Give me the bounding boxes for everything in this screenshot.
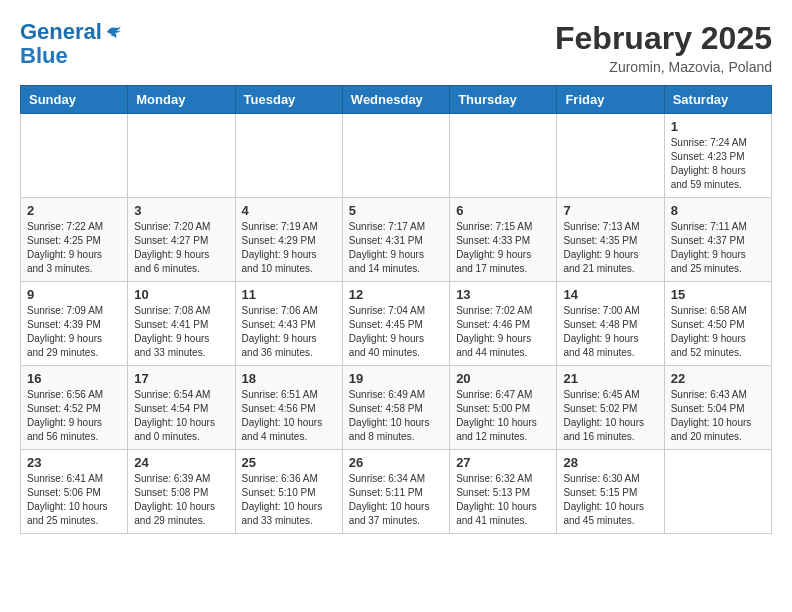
table-row: [21, 114, 128, 198]
day-number: 5: [349, 203, 443, 218]
day-number: 19: [349, 371, 443, 386]
day-number: 20: [456, 371, 550, 386]
location-subtitle: Zuromin, Mazovia, Poland: [555, 59, 772, 75]
table-row: 21Sunrise: 6:45 AM Sunset: 5:02 PM Dayli…: [557, 366, 664, 450]
day-number: 8: [671, 203, 765, 218]
table-row: 17Sunrise: 6:54 AM Sunset: 4:54 PM Dayli…: [128, 366, 235, 450]
logo-bird-icon: [104, 23, 122, 41]
day-number: 11: [242, 287, 336, 302]
calendar-week-row: 23Sunrise: 6:41 AM Sunset: 5:06 PM Dayli…: [21, 450, 772, 534]
table-row: 14Sunrise: 7:00 AM Sunset: 4:48 PM Dayli…: [557, 282, 664, 366]
table-row: 7Sunrise: 7:13 AM Sunset: 4:35 PM Daylig…: [557, 198, 664, 282]
calendar-week-row: 9Sunrise: 7:09 AM Sunset: 4:39 PM Daylig…: [21, 282, 772, 366]
table-row: 3Sunrise: 7:20 AM Sunset: 4:27 PM Daylig…: [128, 198, 235, 282]
day-details: Sunrise: 6:54 AM Sunset: 4:54 PM Dayligh…: [134, 388, 228, 444]
table-row: 25Sunrise: 6:36 AM Sunset: 5:10 PM Dayli…: [235, 450, 342, 534]
calendar-table: Sunday Monday Tuesday Wednesday Thursday…: [20, 85, 772, 534]
day-details: Sunrise: 6:47 AM Sunset: 5:00 PM Dayligh…: [456, 388, 550, 444]
day-details: Sunrise: 7:19 AM Sunset: 4:29 PM Dayligh…: [242, 220, 336, 276]
header-monday: Monday: [128, 86, 235, 114]
day-details: Sunrise: 7:04 AM Sunset: 4:45 PM Dayligh…: [349, 304, 443, 360]
table-row: 1Sunrise: 7:24 AM Sunset: 4:23 PM Daylig…: [664, 114, 771, 198]
table-row: 16Sunrise: 6:56 AM Sunset: 4:52 PM Dayli…: [21, 366, 128, 450]
calendar-week-row: 2Sunrise: 7:22 AM Sunset: 4:25 PM Daylig…: [21, 198, 772, 282]
table-row: [664, 450, 771, 534]
day-details: Sunrise: 6:45 AM Sunset: 5:02 PM Dayligh…: [563, 388, 657, 444]
table-row: 23Sunrise: 6:41 AM Sunset: 5:06 PM Dayli…: [21, 450, 128, 534]
logo-text-line1: General: [20, 20, 102, 44]
day-number: 10: [134, 287, 228, 302]
day-number: 27: [456, 455, 550, 470]
day-details: Sunrise: 7:20 AM Sunset: 4:27 PM Dayligh…: [134, 220, 228, 276]
header-wednesday: Wednesday: [342, 86, 449, 114]
day-details: Sunrise: 7:00 AM Sunset: 4:48 PM Dayligh…: [563, 304, 657, 360]
day-number: 24: [134, 455, 228, 470]
calendar-week-row: 16Sunrise: 6:56 AM Sunset: 4:52 PM Dayli…: [21, 366, 772, 450]
table-row: 2Sunrise: 7:22 AM Sunset: 4:25 PM Daylig…: [21, 198, 128, 282]
day-details: Sunrise: 6:30 AM Sunset: 5:15 PM Dayligh…: [563, 472, 657, 528]
day-number: 23: [27, 455, 121, 470]
day-details: Sunrise: 7:17 AM Sunset: 4:31 PM Dayligh…: [349, 220, 443, 276]
day-number: 4: [242, 203, 336, 218]
table-row: [235, 114, 342, 198]
table-row: 12Sunrise: 7:04 AM Sunset: 4:45 PM Dayli…: [342, 282, 449, 366]
table-row: 26Sunrise: 6:34 AM Sunset: 5:11 PM Dayli…: [342, 450, 449, 534]
day-number: 12: [349, 287, 443, 302]
table-row: 24Sunrise: 6:39 AM Sunset: 5:08 PM Dayli…: [128, 450, 235, 534]
table-row: 20Sunrise: 6:47 AM Sunset: 5:00 PM Dayli…: [450, 366, 557, 450]
day-details: Sunrise: 7:02 AM Sunset: 4:46 PM Dayligh…: [456, 304, 550, 360]
day-details: Sunrise: 6:32 AM Sunset: 5:13 PM Dayligh…: [456, 472, 550, 528]
table-row: 22Sunrise: 6:43 AM Sunset: 5:04 PM Dayli…: [664, 366, 771, 450]
day-number: 15: [671, 287, 765, 302]
table-row: 11Sunrise: 7:06 AM Sunset: 4:43 PM Dayli…: [235, 282, 342, 366]
day-number: 6: [456, 203, 550, 218]
header-thursday: Thursday: [450, 86, 557, 114]
day-number: 14: [563, 287, 657, 302]
day-number: 25: [242, 455, 336, 470]
day-details: Sunrise: 6:43 AM Sunset: 5:04 PM Dayligh…: [671, 388, 765, 444]
day-number: 22: [671, 371, 765, 386]
day-number: 3: [134, 203, 228, 218]
day-number: 7: [563, 203, 657, 218]
day-number: 26: [349, 455, 443, 470]
table-row: [557, 114, 664, 198]
table-row: [450, 114, 557, 198]
table-row: 4Sunrise: 7:19 AM Sunset: 4:29 PM Daylig…: [235, 198, 342, 282]
table-row: 18Sunrise: 6:51 AM Sunset: 4:56 PM Dayli…: [235, 366, 342, 450]
logo-text-line2: Blue: [20, 44, 122, 68]
day-details: Sunrise: 7:15 AM Sunset: 4:33 PM Dayligh…: [456, 220, 550, 276]
day-details: Sunrise: 7:09 AM Sunset: 4:39 PM Dayligh…: [27, 304, 121, 360]
day-number: 9: [27, 287, 121, 302]
day-details: Sunrise: 6:56 AM Sunset: 4:52 PM Dayligh…: [27, 388, 121, 444]
table-row: 28Sunrise: 6:30 AM Sunset: 5:15 PM Dayli…: [557, 450, 664, 534]
header-tuesday: Tuesday: [235, 86, 342, 114]
table-row: [342, 114, 449, 198]
day-number: 21: [563, 371, 657, 386]
calendar-week-row: 1Sunrise: 7:24 AM Sunset: 4:23 PM Daylig…: [21, 114, 772, 198]
day-details: Sunrise: 6:51 AM Sunset: 4:56 PM Dayligh…: [242, 388, 336, 444]
day-details: Sunrise: 6:39 AM Sunset: 5:08 PM Dayligh…: [134, 472, 228, 528]
logo: General Blue: [20, 20, 122, 68]
day-number: 13: [456, 287, 550, 302]
day-details: Sunrise: 6:36 AM Sunset: 5:10 PM Dayligh…: [242, 472, 336, 528]
day-details: Sunrise: 6:34 AM Sunset: 5:11 PM Dayligh…: [349, 472, 443, 528]
day-details: Sunrise: 6:49 AM Sunset: 4:58 PM Dayligh…: [349, 388, 443, 444]
day-number: 28: [563, 455, 657, 470]
day-number: 16: [27, 371, 121, 386]
day-number: 18: [242, 371, 336, 386]
table-row: 9Sunrise: 7:09 AM Sunset: 4:39 PM Daylig…: [21, 282, 128, 366]
day-details: Sunrise: 7:22 AM Sunset: 4:25 PM Dayligh…: [27, 220, 121, 276]
table-row: 8Sunrise: 7:11 AM Sunset: 4:37 PM Daylig…: [664, 198, 771, 282]
day-number: 17: [134, 371, 228, 386]
table-row: 15Sunrise: 6:58 AM Sunset: 4:50 PM Dayli…: [664, 282, 771, 366]
day-number: 1: [671, 119, 765, 134]
day-details: Sunrise: 6:41 AM Sunset: 5:06 PM Dayligh…: [27, 472, 121, 528]
day-details: Sunrise: 7:13 AM Sunset: 4:35 PM Dayligh…: [563, 220, 657, 276]
day-details: Sunrise: 7:11 AM Sunset: 4:37 PM Dayligh…: [671, 220, 765, 276]
day-details: Sunrise: 7:08 AM Sunset: 4:41 PM Dayligh…: [134, 304, 228, 360]
day-details: Sunrise: 7:06 AM Sunset: 4:43 PM Dayligh…: [242, 304, 336, 360]
table-row: [128, 114, 235, 198]
table-row: 19Sunrise: 6:49 AM Sunset: 4:58 PM Dayli…: [342, 366, 449, 450]
table-row: 27Sunrise: 6:32 AM Sunset: 5:13 PM Dayli…: [450, 450, 557, 534]
day-details: Sunrise: 7:24 AM Sunset: 4:23 PM Dayligh…: [671, 136, 765, 192]
